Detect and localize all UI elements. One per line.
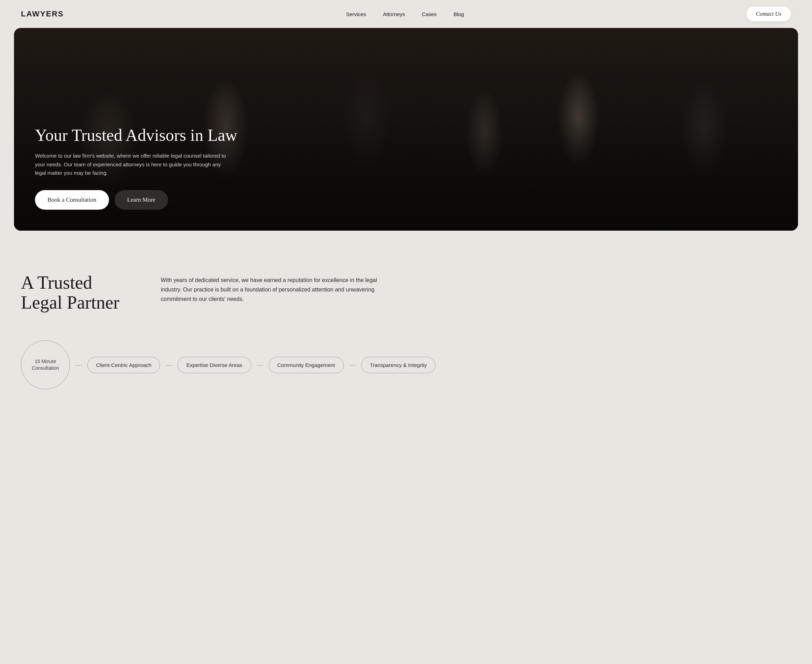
hero-content: Your Trusted Advisors in Law Welcome to …	[35, 125, 237, 210]
nav-services[interactable]: Services	[346, 11, 366, 17]
header: LAWYERS Services Attorneys Cases Blog Co…	[0, 0, 812, 28]
pill-client-centric[interactable]: Client-Centric Approach	[87, 357, 160, 373]
hero-wrapper: Your Trusted Advisors in Law Welcome to …	[0, 28, 812, 231]
trusted-title-line1: A Trusted	[21, 273, 92, 293]
trusted-title: A Trusted Legal Partner	[21, 273, 133, 312]
pill-transparency-label: Transparency & Integrity	[370, 362, 427, 368]
dash-2: —	[160, 361, 177, 369]
trusted-section: A Trusted Legal Partner With years of de…	[0, 252, 812, 326]
dash-3: —	[251, 361, 269, 369]
dash-4: —	[344, 361, 361, 369]
book-consultation-button[interactable]: Book a Consultation	[35, 190, 109, 210]
pill-expertise-label: Expertise Diverse Areas	[186, 362, 242, 368]
nav-attorneys[interactable]: Attorneys	[383, 11, 405, 17]
nav-cases[interactable]: Cases	[422, 11, 437, 17]
hero-subtitle: Welcome to our law firm's website, where…	[35, 152, 231, 177]
dash-1: —	[70, 361, 87, 369]
pill-community-label: Community Engagement	[278, 362, 335, 368]
pill-client-centric-label: Client-Centric Approach	[96, 362, 151, 368]
contact-button[interactable]: Contact Us	[746, 7, 791, 21]
consultation-label-line2: Consultation	[32, 365, 59, 372]
pill-transparency[interactable]: Transparency & Integrity	[361, 357, 436, 373]
pill-community[interactable]: Community Engagement	[269, 357, 344, 373]
hero-section: Your Trusted Advisors in Law Welcome to …	[14, 28, 798, 231]
trusted-right: With years of dedicated service, we have…	[161, 273, 791, 304]
nav-blog[interactable]: Blog	[453, 11, 464, 17]
pills-section: 15 Minute Consultation — Client-Centric …	[0, 326, 812, 410]
consultation-circle: 15 Minute Consultation	[21, 340, 70, 389]
learn-more-button[interactable]: Learn More	[115, 190, 168, 210]
consultation-label-line1: 15 Minute	[34, 358, 56, 365]
hero-title: Your Trusted Advisors in Law	[35, 125, 237, 145]
hero-buttons: Book a Consultation Learn More	[35, 190, 237, 210]
trusted-left: A Trusted Legal Partner	[21, 273, 133, 312]
trusted-title-line2: Legal Partner	[21, 293, 120, 312]
main-nav: Services Attorneys Cases Blog	[346, 11, 464, 17]
logo: LAWYERS	[21, 10, 64, 18]
pill-expertise[interactable]: Expertise Diverse Areas	[177, 357, 251, 373]
trusted-description: With years of dedicated service, we have…	[161, 275, 377, 304]
